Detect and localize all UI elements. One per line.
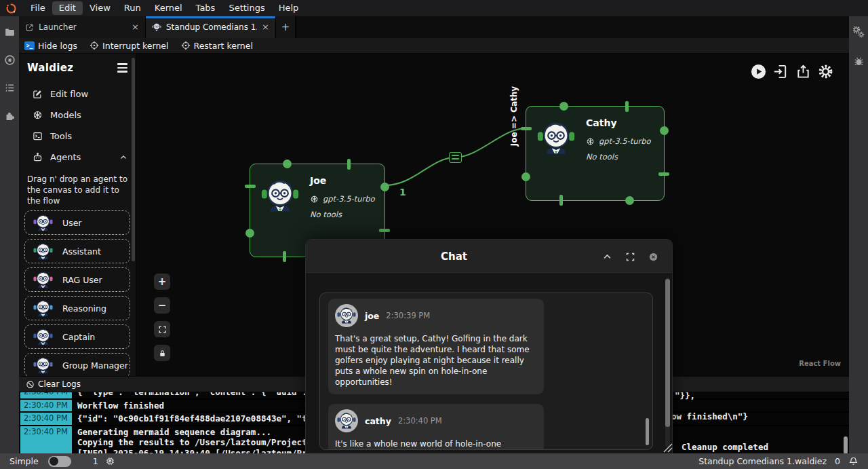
- log-timestamp: 2:30:40 PM: [20, 413, 72, 425]
- resize-handle-icon[interactable]: [663, 443, 673, 453]
- hamburger-menu-icon[interactable]: [117, 63, 127, 72]
- restart-kernel-label: Restart kernel: [194, 41, 253, 51]
- log-text: Workflow finished: [72, 400, 164, 412]
- agent-card-user[interactable]: User: [24, 210, 130, 235]
- connection-handle[interactable]: [625, 101, 629, 112]
- zoom-in-button[interactable]: +: [154, 274, 170, 290]
- close-tab-icon[interactable]: ×: [132, 23, 139, 31]
- robot-avatar: [33, 355, 53, 376]
- log-text-fragment: ow finished\n"}: [671, 411, 748, 421]
- agent-card-group-manager[interactable]: Group Manager: [24, 353, 130, 377]
- sidebar-item-label: Agents: [50, 152, 81, 162]
- robot-avatar: [33, 269, 53, 290]
- menu-view[interactable]: View: [83, 1, 117, 15]
- new-tab-button[interactable]: +: [276, 16, 296, 38]
- debugger-icon[interactable]: [853, 56, 865, 67]
- extensions-icon[interactable]: [4, 110, 16, 121]
- restart-kernel-button[interactable]: Restart kernel: [181, 41, 253, 51]
- message-text: That's a great setup, Cathy! Golfing in …: [335, 333, 536, 388]
- import-flow-button[interactable]: [773, 64, 789, 79]
- connection-handle[interactable]: [658, 172, 669, 176]
- kernel-chip-icon[interactable]: [105, 456, 115, 466]
- message-timestamp: 2:30:39 PM: [386, 311, 430, 320]
- connection-handle[interactable]: [283, 251, 286, 262]
- file-browser-icon[interactable]: [4, 26, 16, 38]
- openai-icon: [586, 137, 595, 146]
- agent-card-label: Assistant: [62, 246, 101, 257]
- agent-card-rag-user[interactable]: RAG User: [24, 267, 130, 292]
- robot-avatar: [33, 241, 53, 262]
- chat-message-joe: joe 2:30:39 PM That's a great setup, Cat…: [328, 299, 544, 394]
- log-timestamp: 2:30:40 PM: [20, 392, 72, 398]
- flow-settings-button gear-icon[interactable]: [818, 64, 833, 79]
- agent-node-cathy[interactable]: Cathy gpt-3.5-turbo No tools: [526, 106, 665, 201]
- node-model-label: gpt-3.5-turbo: [323, 194, 375, 204]
- openai-icon: [33, 110, 43, 120]
- waldiez-sidebar: Waldiez Edit flow: [19, 54, 136, 376]
- tab-launcher[interactable]: Launcher ×: [19, 16, 146, 38]
- tab-label: Standup Comedians 1.waldi: [166, 22, 257, 32]
- robot-avatar: [33, 326, 53, 348]
- connection-handle[interactable]: [379, 229, 390, 232]
- sidebar-item-tools[interactable]: Tools: [19, 126, 136, 147]
- kernel-toolbar: >_ Hide logs Interrupt kernel Restart ke…: [19, 38, 849, 54]
- interrupt-kernel-label: Interrupt kernel: [102, 41, 168, 51]
- avatar: [335, 304, 358, 327]
- running-sessions-icon[interactable]: [4, 54, 16, 66]
- table-of-contents-icon[interactable]: [4, 82, 16, 94]
- fit-view-button[interactable]: [154, 321, 170, 337]
- connection-handle[interactable]: [347, 159, 351, 170]
- sidebar-item-models[interactable]: Models: [19, 105, 136, 126]
- hide-logs-button[interactable]: >_ Hide logs: [24, 41, 77, 51]
- zoom-out-button[interactable]: −: [154, 297, 170, 314]
- agent-card-assistant[interactable]: Assistant: [24, 239, 130, 263]
- interrupt-kernel-button[interactable]: Interrupt kernel: [90, 41, 168, 51]
- maximize-button[interactable]: [625, 252, 635, 262]
- connection-handle[interactable]: [283, 160, 292, 168]
- message-icon[interactable]: [449, 152, 462, 163]
- agent-card-captain[interactable]: Captain: [24, 324, 130, 349]
- chat-messages[interactable]: joe 2:30:39 PM That's a great setup, Cat…: [319, 293, 653, 450]
- property-inspector-icon[interactable]: [853, 26, 865, 38]
- export-flow-button[interactable]: [795, 64, 811, 79]
- menu-help[interactable]: Help: [272, 1, 306, 15]
- sidebar-item-agents[interactable]: Agents: [19, 147, 136, 168]
- lock-button[interactable]: [154, 345, 170, 361]
- menu-tabs[interactable]: Tabs: [189, 1, 222, 15]
- menu-settings[interactable]: Settings: [222, 1, 271, 15]
- sidebar-item-edit-flow[interactable]: Edit flow: [19, 83, 136, 105]
- menu-run[interactable]: Run: [117, 1, 148, 15]
- connection-handle[interactable]: [521, 127, 532, 130]
- logs-scrollbar[interactable]: [844, 436, 848, 454]
- connection-handle[interactable]: [245, 185, 256, 188]
- tab-standup-comedians[interactable]: Standup Comedians 1.waldi ×: [146, 16, 276, 38]
- agent-card-label: Captain: [62, 332, 95, 342]
- sidebar-item-label: Edit flow: [50, 89, 88, 99]
- log-text-fragment: Cleanup completed: [682, 442, 768, 452]
- collapse-button chevron-up-icon[interactable]: [602, 252, 612, 262]
- chat-scrollbar-thumb[interactable]: [665, 279, 670, 427]
- application-window: File Edit View Run Kernel Tabs Settings …: [0, 0, 868, 469]
- sidebar-scrollbar[interactable]: [132, 58, 135, 261]
- agent-card-reasoning[interactable]: Reasoning: [24, 296, 130, 320]
- messages-scrollbar[interactable]: [646, 418, 649, 445]
- connection-handle[interactable]: [660, 126, 669, 135]
- connection-handle[interactable]: [245, 229, 254, 238]
- menu-file[interactable]: File: [24, 1, 52, 15]
- node-tools-label: No tools: [586, 152, 618, 162]
- connection-handle[interactable]: [559, 102, 568, 111]
- run-flow-button play-icon[interactable]: [751, 64, 766, 79]
- connection-handle[interactable]: [521, 172, 530, 181]
- menu-edit[interactable]: Edit: [52, 1, 83, 15]
- chat-header[interactable]: Chat: [306, 240, 672, 274]
- connection-handle[interactable]: [559, 195, 563, 206]
- tab-bar: Launcher × Standup Comedians 1.waldi × +: [19, 16, 849, 38]
- simple-mode-toggle[interactable]: [48, 456, 71, 467]
- close-tab-icon[interactable]: ×: [262, 23, 269, 31]
- menu-kernel[interactable]: Kernel: [148, 1, 189, 15]
- chevron-up-icon[interactable]: [119, 153, 127, 162]
- hide-logs-label: Hide logs: [38, 41, 77, 51]
- bell-icon[interactable]: [848, 456, 859, 466]
- status-document-name: Standup Comedians 1.waldiez: [698, 456, 827, 466]
- close-chat-button close-icon[interactable]: [648, 252, 658, 262]
